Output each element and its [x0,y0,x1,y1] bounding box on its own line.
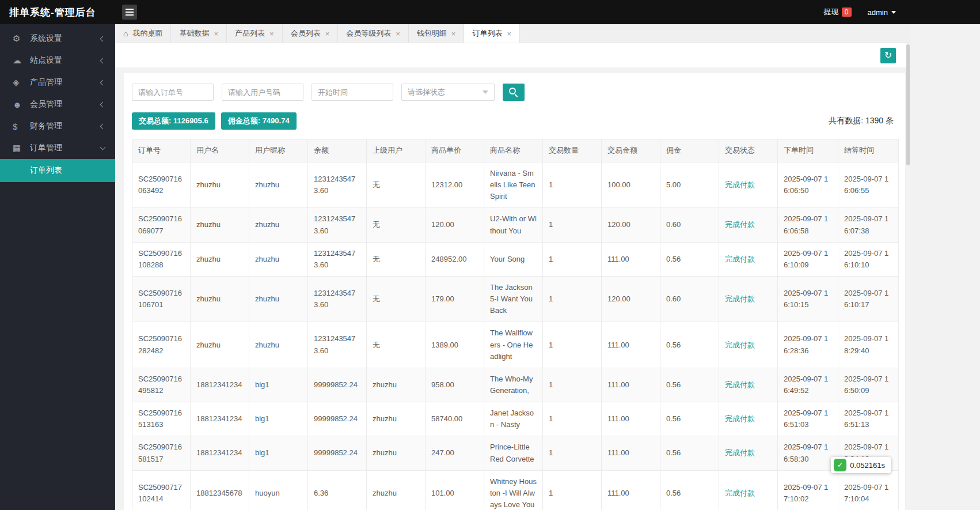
cell-username: zhuzhu [191,276,249,322]
username: admin [868,8,888,17]
gear-icon: ⚙ [13,33,30,44]
cell-product-name: The Who-My Generation, [484,368,543,402]
cell-balance: 99999852.24 [308,436,367,470]
status-select-value: 请选择状态 [408,87,445,97]
sidebar-item-site-settings[interactable]: ☁站点设置 [0,50,115,71]
cell-unit-price: 179.00 [426,276,484,322]
cell-quantity: 1 [543,368,602,402]
scrollbar-thumb[interactable] [906,44,910,165]
sidebar-item-order-management[interactable]: ▦订单管理 [0,137,115,159]
cell-parent-user: 无 [367,208,426,242]
sidebar-item-product-management[interactable]: ◈产品管理 [0,71,115,93]
tab-member-list[interactable]: 会员列表× [283,24,339,43]
cell-username: zhuzhu [191,208,249,242]
cell-order-no: SC25090716495812 [132,368,191,402]
total-trade-badge[interactable]: 交易总额: 1126905.6 [132,112,215,130]
cell-settle-time: 2025-09-07 16:06:55 [838,163,899,208]
sidebar-item-finance-management[interactable]: $财务管理 [0,115,115,137]
member-icon: ☻ [13,100,30,109]
sidebar-item-label: 系统设置 [30,33,101,44]
chevron-left-icon [100,80,106,85]
cell-order-no: SC25090716106701 [132,276,191,322]
cell-settle-time: 2025-09-07 16:10:10 [838,242,899,276]
cell-nickname: zhuzhu [249,322,308,368]
topbar: 排单系统-管理后台 提现 0 admin [0,0,910,24]
cell-commission: 0.60 [660,208,719,242]
table-row: SC2509071649581218812341234big199999852.… [132,368,899,402]
cell-commission: 0.56 [660,322,719,368]
refresh-button[interactable]: ↻ [880,48,896,63]
finance-icon: $ [13,122,30,131]
cell-balance: 12312435473.60 [308,276,367,322]
scrollbar[interactable] [906,43,910,510]
tab-order-list[interactable]: 订单列表× [464,24,520,43]
cell-amount: 111.00 [602,322,660,368]
column-header: 用户昵称 [249,139,308,163]
cell-product-name: The Wallflowers - One Headlight [484,322,543,368]
close-icon[interactable]: × [325,30,330,37]
close-icon[interactable]: × [269,30,274,37]
column-header: 交易状态 [719,139,778,163]
close-icon[interactable]: × [396,30,400,37]
menu-toggle-button[interactable] [122,5,137,20]
tab-my-desktop[interactable]: ⌂我的桌面 [115,24,171,43]
tab-product-list[interactable]: 产品列表× [227,24,283,43]
cell-commission: 0.56 [660,436,719,470]
orders-table: 订单号用户名用户昵称余额上级用户商品单价商品名称交易数量交易金额佣金交易状态下单… [132,139,899,510]
cell-parent-user: 无 [367,322,426,368]
tab-member-level-list[interactable]: 会员等级列表× [338,24,409,43]
cell-nickname: big1 [249,436,308,470]
sidebar-item-member-management[interactable]: ☻会员管理 [0,93,115,115]
cell-nickname: big1 [249,368,308,402]
tab-label: 基础数据 [179,28,209,39]
cell-nickname: huoyun [249,470,308,510]
record-count: 共有数据: 1390 条 [829,116,897,126]
user-menu[interactable]: admin [868,8,896,17]
tab-label: 会员等级列表 [346,28,391,39]
cell-unit-price: 958.00 [426,368,484,402]
tab-basic-data[interactable]: 基础数据× [171,24,227,43]
cell-username: 18812345678 [191,470,249,510]
sidebar: ⚙系统设置☁站点设置◈产品管理☻会员管理$财务管理▦订单管理订单列表 [0,24,115,510]
tab-label: 订单列表 [472,28,502,39]
user-no-input[interactable] [222,84,303,101]
cell-unit-price: 1389.00 [426,322,484,368]
sidebar-item-label: 订单管理 [30,143,101,153]
withdraw-button[interactable]: 提现 0 [824,7,852,17]
cell-quantity: 1 [543,163,602,208]
cell-status: 完成付款 [719,470,778,510]
search-button[interactable] [503,84,525,101]
cell-order-time: 2025-09-07 16:58:30 [778,436,838,470]
total-commission-badge[interactable]: 佣金总额: 7490.74 [221,112,297,130]
cell-status: 完成付款 [719,242,778,276]
withdraw-count-badge: 0 [842,7,852,17]
cell-status: 完成付款 [719,436,778,470]
cell-product-name: Janet Jackson - Nasty [484,402,543,436]
cell-commission: 0.56 [660,242,719,276]
chevron-down-icon [483,90,488,94]
tab-wallet-detail[interactable]: 钱包明细× [409,24,465,43]
close-icon[interactable]: × [507,30,511,37]
close-icon[interactable]: × [214,30,218,37]
performance-widget: ✓ 0.052161s [831,457,891,473]
cell-username: zhuzhu [191,242,249,276]
cell-unit-price: 101.00 [426,470,484,510]
cell-product-name: Nirvana - Smells Like Teen Spirit [484,163,543,208]
sidebar-item-system-settings[interactable]: ⚙系统设置 [0,28,115,50]
layout: ⚙系统设置☁站点设置◈产品管理☻会员管理$财务管理▦订单管理订单列表 ⌂我的桌面… [0,24,910,510]
cell-quantity: 1 [543,402,602,436]
cell-order-no: SC25090717102414 [132,470,191,510]
cell-username: 18812341234 [191,402,249,436]
status-select[interactable]: 请选择状态 [401,84,495,101]
cell-balance: 12312435473.60 [308,208,367,242]
cell-balance: 12312435473.60 [308,322,367,368]
filter-bar: 请选择状态 [132,84,897,101]
start-time-input[interactable] [312,84,393,101]
column-header: 商品名称 [484,139,543,163]
order-no-input[interactable] [132,84,214,101]
column-header: 交易金额 [602,139,660,163]
cell-parent-user: zhuzhu [367,368,426,402]
cell-balance: 12312435473.60 [308,242,367,276]
close-icon[interactable]: × [451,30,456,37]
sidebar-item-order-list[interactable]: 订单列表 [0,159,115,182]
